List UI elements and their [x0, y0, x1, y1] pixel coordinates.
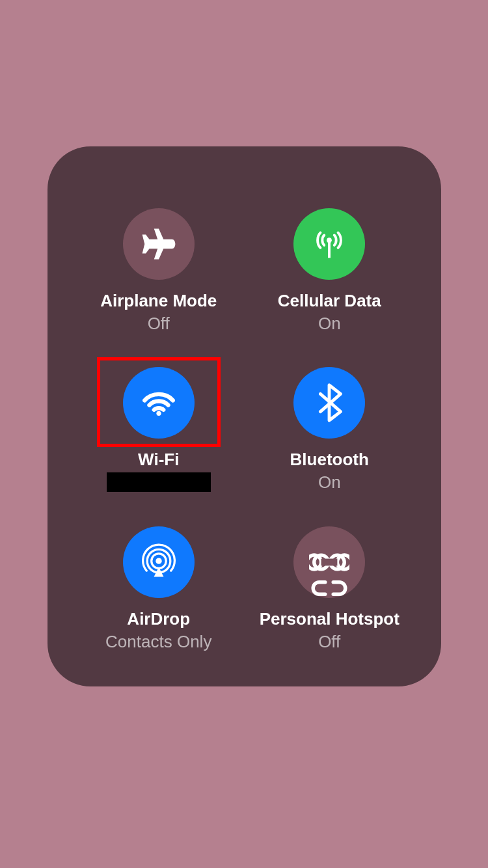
- airplane-mode-title: Airplane Mode: [100, 292, 217, 311]
- svg-point-3: [156, 558, 161, 563]
- wifi-icon: [140, 384, 178, 422]
- airplane-mode-button[interactable]: [123, 208, 195, 280]
- cellular-data-title: Cellular Data: [278, 292, 381, 311]
- bluetooth-status: On: [318, 472, 341, 493]
- connectivity-panel: Airplane Mode Off Cellular Data On: [47, 146, 441, 686]
- link-icon: [309, 549, 349, 576]
- hotspot-title: Personal Hotspot: [260, 610, 400, 629]
- bluetooth-button[interactable]: [293, 367, 365, 439]
- svg-rect-8: [321, 558, 338, 565]
- cellular-data-status: On: [318, 314, 341, 334]
- airplane-mode-control[interactable]: Airplane Mode Off: [74, 208, 245, 342]
- airdrop-title: AirDrop: [127, 610, 190, 629]
- bluetooth-title: Bluetooth: [290, 450, 369, 470]
- wifi-title: Wi-Fi: [138, 450, 179, 470]
- hotspot-control[interactable]: Personal Hotspot Off: [244, 526, 415, 660]
- cellular-data-control[interactable]: Cellular Data On: [244, 208, 415, 342]
- airdrop-button[interactable]: [123, 526, 195, 598]
- wifi-control[interactable]: Wi-Fi: [74, 367, 245, 501]
- airplane-mode-status: Off: [148, 314, 170, 334]
- svg-point-2: [156, 411, 161, 416]
- bluetooth-icon: [314, 383, 345, 423]
- antenna-icon: [309, 224, 349, 264]
- cellular-data-button[interactable]: [293, 208, 365, 280]
- svg-rect-1: [328, 241, 331, 258]
- hotspot-button[interactable]: [293, 526, 365, 598]
- airplane-icon: [140, 225, 178, 263]
- airdrop-status: Contacts Only: [105, 632, 211, 652]
- hotspot-status: Off: [318, 632, 340, 652]
- airdrop-icon: [139, 543, 178, 582]
- wifi-button[interactable]: [123, 367, 195, 439]
- bluetooth-control[interactable]: Bluetooth On: [244, 367, 415, 501]
- airdrop-control[interactable]: AirDrop Contacts Only: [74, 526, 245, 660]
- wifi-status-redacted: [107, 472, 211, 492]
